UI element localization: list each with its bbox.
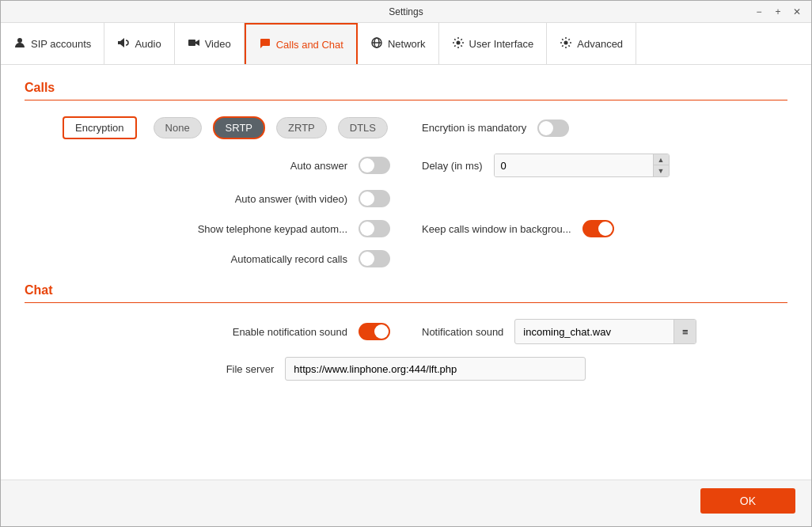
enc-zrtp-button[interactable]: ZRTP xyxy=(276,117,327,138)
keep-calls-bg-label: Keep calls window in backgrou... xyxy=(422,223,571,235)
delay-input-wrap: ▲ ▼ xyxy=(494,154,670,177)
encryption-mandatory-slider xyxy=(537,119,569,137)
calls-chat-icon xyxy=(259,37,271,52)
delay-label: Delay (in ms) xyxy=(422,160,483,172)
delay-input[interactable] xyxy=(495,154,653,176)
tab-video[interactable]: Video xyxy=(175,23,245,64)
file-server-label: File server xyxy=(226,363,275,375)
tab-calls-chat-label: Calls and Chat xyxy=(276,39,343,51)
encryption-label: Encryption xyxy=(63,116,136,139)
enable-notification-label: Enable notification sound xyxy=(233,326,347,338)
tab-sip-accounts[interactable]: SIP accounts xyxy=(1,23,104,64)
advanced-icon xyxy=(560,36,572,51)
tab-calls-and-chat[interactable]: Calls and Chat xyxy=(245,23,358,64)
minimize-button[interactable]: − xyxy=(751,5,767,19)
tab-sip-accounts-label: SIP accounts xyxy=(31,38,91,50)
window-title: Settings xyxy=(389,6,423,17)
tab-user-interface[interactable]: User Interface xyxy=(439,23,548,64)
title-bar: Settings − + ✕ xyxy=(1,1,811,23)
maximize-button[interactable]: + xyxy=(770,5,786,19)
tab-ui-label: User Interface xyxy=(469,38,534,50)
tab-audio[interactable]: Audio xyxy=(104,23,174,64)
enc-dtls-button[interactable]: DTLS xyxy=(338,117,388,138)
audio-icon xyxy=(117,36,130,51)
main-content: Calls Encryption None SRTP ZRTP DTLS Enc… xyxy=(1,65,811,480)
footer: OK xyxy=(1,480,811,526)
close-button[interactable]: ✕ xyxy=(789,5,805,19)
notification-sound-input[interactable] xyxy=(515,320,674,343)
auto-record-toggle[interactable] xyxy=(359,250,390,267)
notification-sound-browse[interactable]: ≡ xyxy=(674,320,696,343)
tab-advanced[interactable]: Advanced xyxy=(547,23,636,64)
enc-none-button[interactable]: None xyxy=(154,117,202,138)
calls-section: Calls Encryption None SRTP ZRTP DTLS Enc… xyxy=(25,81,787,267)
delay-increment[interactable]: ▲ xyxy=(653,154,669,165)
auto-answer-label: Auto answer xyxy=(290,160,347,172)
notification-sound-label: Notification sound xyxy=(422,326,503,338)
show-keypad-slider xyxy=(359,220,390,237)
encryption-mandatory-label: Encrytion is mandatory xyxy=(422,122,526,134)
keep-calls-bg-toggle[interactable] xyxy=(582,220,614,237)
enc-srtp-button[interactable]: SRTP xyxy=(213,116,265,139)
tab-video-label: Video xyxy=(205,38,231,50)
tab-network-label: Network xyxy=(388,38,426,50)
auto-answer-video-slider xyxy=(359,190,390,207)
notification-sound-wrap: ≡ xyxy=(514,319,696,344)
delay-decrement[interactable]: ▼ xyxy=(653,165,669,176)
enable-notification-toggle[interactable] xyxy=(359,323,390,340)
calls-section-title: Calls xyxy=(25,81,787,100)
show-keypad-label: Show telephone keypad autom... xyxy=(198,223,347,235)
auto-answer-video-toggle[interactable] xyxy=(359,190,390,207)
tab-advanced-label: Advanced xyxy=(577,38,623,50)
tab-audio-label: Audio xyxy=(135,38,161,50)
keep-calls-bg-slider xyxy=(582,220,614,237)
svg-rect-1 xyxy=(188,40,195,46)
video-icon xyxy=(188,36,200,51)
tab-network[interactable]: Network xyxy=(358,23,439,64)
chat-section-title: Chat xyxy=(25,283,787,303)
ok-button[interactable]: OK xyxy=(700,488,795,514)
enable-notification-slider xyxy=(359,323,390,340)
auto-record-label: Automatically record calls xyxy=(231,253,347,265)
auto-record-slider xyxy=(359,250,390,267)
sip-accounts-icon xyxy=(13,36,26,51)
ui-icon xyxy=(452,36,465,51)
encryption-mandatory-toggle[interactable] xyxy=(537,119,569,137)
delay-spinner: ▲ ▼ xyxy=(653,154,669,176)
file-server-input[interactable] xyxy=(285,357,586,381)
auto-answer-video-label: Auto answer (with video) xyxy=(235,193,347,205)
window-controls: − + ✕ xyxy=(751,5,805,19)
svg-point-0 xyxy=(17,38,22,43)
network-icon xyxy=(370,36,383,51)
auto-answer-slider xyxy=(359,157,390,174)
nav-tabs: SIP accounts Audio Video Calls and Chat … xyxy=(1,23,811,65)
svg-point-5 xyxy=(456,40,460,44)
chat-section: Chat Enable notification sound Notificat… xyxy=(25,283,787,381)
settings-window: Settings − + ✕ SIP accounts Audio Video xyxy=(0,0,812,527)
svg-point-6 xyxy=(564,40,568,44)
show-keypad-toggle[interactable] xyxy=(359,220,390,237)
auto-answer-toggle[interactable] xyxy=(359,157,390,174)
